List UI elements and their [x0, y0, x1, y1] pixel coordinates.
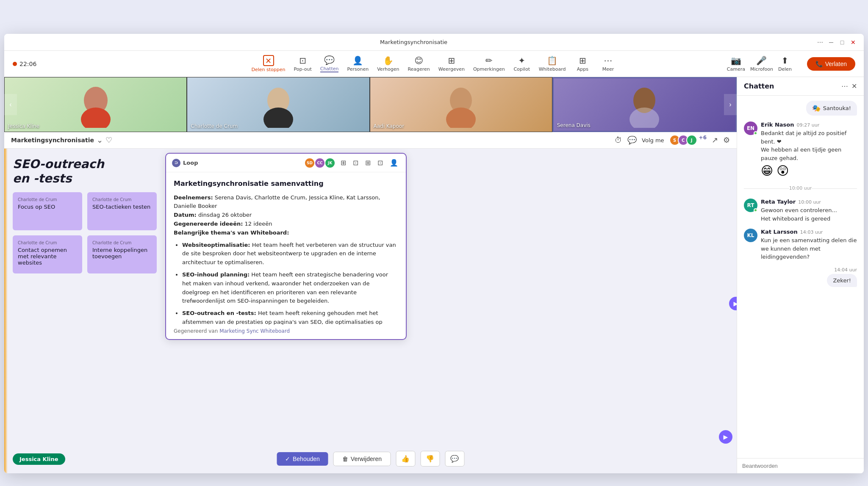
camera-btn[interactable]: 📷 Camera: [727, 55, 745, 72]
share-meeting-btn[interactable]: ↗: [712, 135, 718, 145]
loop-copy-btn[interactable]: ⊡: [351, 158, 360, 168]
emoji-1: 😁: [761, 164, 773, 178]
loop-person-btn[interactable]: 👤: [388, 158, 400, 168]
aadi-name: Aadi Kapoor: [374, 123, 405, 129]
delen-stoppen-label: Delen stoppen: [252, 67, 286, 72]
santouka-bubble: 🎭 Santouka!: [806, 101, 857, 116]
meeting-title-chevron[interactable]: ⌄: [97, 135, 103, 145]
sticky-text-1: Focus op SEO: [18, 204, 77, 210]
sticky-note-1[interactable]: Charlotte de Crum Focus op SEO: [13, 192, 82, 230]
verwijderen-label: Verwijderen: [351, 456, 382, 462]
whiteboard-btn[interactable]: 📋 Whiteboard: [535, 54, 569, 74]
delen-stoppen-btn[interactable]: ✕ Delen stoppen: [248, 53, 289, 74]
reta-name: Reta Taylor: [761, 199, 796, 205]
chat-label: Chatten: [320, 66, 339, 72]
zeker-text: Zeker!: [833, 277, 851, 284]
presence-arrow-right[interactable]: ▶: [729, 297, 737, 310]
stop-share-icon: ✕: [263, 55, 274, 66]
pop-out-label: Pop-out: [294, 66, 312, 72]
loop-card-footer: Gegenereerd van Marketing Sync Whiteboar…: [166, 325, 406, 339]
toolbar: 22:06 ✕ Delen stoppen ⊡ Pop-out 💬 Chatte…: [4, 51, 864, 77]
kat-meta: Kat Larsson 14:03 uur: [761, 229, 857, 235]
behouden-btn[interactable]: ✓ Behouden: [277, 452, 328, 466]
whiteboard-label: Whiteboard: [539, 66, 566, 72]
more-options-btn[interactable]: ⋯: [816, 39, 824, 46]
chat-reply-input[interactable]: [742, 463, 859, 469]
sticky-note-2[interactable]: Charlotte de Crum SEO-tactieken testen: [87, 192, 157, 230]
kat-msg-body: Kat Larsson 14:03 uur Kun je een samenva…: [761, 229, 857, 261]
loop-layout-btn[interactable]: ⊞: [339, 158, 348, 168]
loop-card-actions: ⊞ ⊡ ⊞ ⊡ 👤: [339, 158, 400, 168]
maximize-btn[interactable]: □: [838, 39, 846, 46]
leave-call-btn[interactable]: 📞 Verlaten: [807, 57, 855, 71]
video-next-btn[interactable]: ›: [724, 94, 737, 115]
svg-point-1: [81, 108, 111, 128]
title-bar: Marketingsynchronisatie ⋯ ─ □ ✕: [4, 34, 864, 51]
santouka-bubble-row: 🎭 Santouka!: [744, 101, 857, 116]
reageren-btn[interactable]: 😊 Reageren: [404, 54, 433, 74]
sticky-note-3[interactable]: Charlotte de Crum Contact opnemen met re…: [13, 235, 82, 273]
loop-bullet-1: Websiteoptimalisatie: Het team heeft het…: [182, 241, 398, 267]
pop-out-btn[interactable]: ⊡ Pop-out: [291, 54, 315, 74]
video-thumb-serena: Serena Davis: [552, 77, 737, 132]
loop-share-btn[interactable]: ⊡: [376, 158, 385, 168]
reta-text-2: Het whiteboard is gereed: [761, 215, 857, 223]
chat-messages: 🎭 Santouka! EN Erik Nason 09:27 uur: [737, 96, 864, 458]
minimize-btn[interactable]: ─: [827, 39, 835, 46]
loop-logo: ⊃ Loop: [172, 159, 198, 167]
time-divider-10: 10:00 uur: [744, 185, 857, 191]
phone-icon: 📞: [815, 61, 823, 67]
divider-time: 10:00 uur: [789, 185, 812, 191]
verwijderen-btn[interactable]: 🗑 Verwijderen: [333, 452, 391, 466]
chat-more-btn[interactable]: ⋯: [841, 82, 848, 90]
opmerkingen-btn[interactable]: ✏️ Opmerkingen: [470, 54, 508, 74]
chat-title: Chatten: [744, 82, 774, 90]
main-content: Jessica Kline Charlotte de Crum: [4, 77, 864, 473]
erik-meta: Erik Nason 09:27 uur: [761, 122, 857, 128]
delen-btn[interactable]: ⬆ Delen: [778, 55, 792, 72]
bullet1-title: Websiteoptimalisatie:: [182, 242, 250, 248]
sticky-author-1: Charlotte de Crum: [18, 197, 77, 202]
weergeven-icon: ⊞: [448, 55, 455, 66]
presence-arrow-bottom[interactable]: ▶: [719, 430, 732, 444]
loop-summary-card: ⊃ Loop SD CC JK ⊞ ⊡: [165, 153, 407, 340]
loop-bullet-list: Websiteoptimalisatie: Het team heeft het…: [174, 241, 398, 325]
meeting-chat-icon[interactable]: 💬: [627, 135, 637, 145]
share-feedback-btn[interactable]: 💬: [445, 451, 464, 467]
weergeven-btn[interactable]: ⊞ Weergeven: [435, 54, 468, 74]
meer-btn[interactable]: ⋯ Meer: [596, 54, 620, 74]
meeting-settings-btn[interactable]: ⚙: [723, 135, 730, 145]
chat-close-btn[interactable]: ✕: [851, 82, 857, 90]
meeting-bookmark-btn[interactable]: ♡: [105, 135, 112, 145]
chat-tab-btn[interactable]: 💬 Chatten: [317, 53, 342, 74]
reta-meta: Reta Taylor 10:00 uur: [761, 199, 857, 205]
sticky-note-4[interactable]: Charlotte de Crum Interne koppelingen to…: [87, 235, 157, 273]
verhogen-btn[interactable]: ✋ Verhogen: [374, 54, 402, 74]
copilot-btn[interactable]: ✦ Copilot: [510, 54, 534, 74]
thumbs-up-btn[interactable]: 👍: [396, 451, 415, 467]
meeting-title-text: Marketingsynchronisatie: [11, 137, 94, 144]
kat-avatar: KL: [744, 229, 757, 242]
thumbs-down-btn[interactable]: 👎: [420, 451, 440, 467]
ideas-value: 12 ideeën: [245, 221, 272, 227]
teams-window: Marketingsynchronisatie ⋯ ─ □ ✕ 22:06 ✕ …: [4, 34, 864, 473]
footer-link[interactable]: Marketing Sync Whiteboard: [219, 328, 290, 334]
apps-btn[interactable]: ⊞ Apps: [571, 54, 594, 74]
loop-card-header: ⊃ Loop SD CC JK ⊞ ⊡: [166, 154, 406, 172]
verhogen-icon: ✋: [383, 55, 394, 66]
copilot-label: Copilot: [513, 66, 530, 72]
behouden-label: Behouden: [293, 456, 320, 462]
loop-more-btn[interactable]: ⊞: [363, 158, 372, 168]
video-prev-btn[interactable]: ‹: [4, 94, 17, 115]
apps-label: Apps: [577, 66, 588, 72]
bullet2-title: SEO-inhoud planning:: [182, 271, 250, 278]
charlotte-name: Charlotte de Crum: [191, 123, 238, 129]
microfoon-btn[interactable]: 🎤 Microfoon: [750, 55, 773, 72]
zeker-reply-container: 14:04 uur Zeker!: [744, 267, 857, 287]
follow-me-btn[interactable]: Volg me: [642, 137, 664, 144]
follow-me-label: Volg me: [642, 137, 664, 144]
meeting-timer-icon[interactable]: ⏱: [615, 136, 622, 145]
personen-btn[interactable]: 👤 Personen: [344, 54, 372, 74]
media-controls: 📷 Camera 🎤 Microfoon ⬆ Delen: [727, 55, 792, 72]
close-btn[interactable]: ✕: [849, 39, 857, 46]
